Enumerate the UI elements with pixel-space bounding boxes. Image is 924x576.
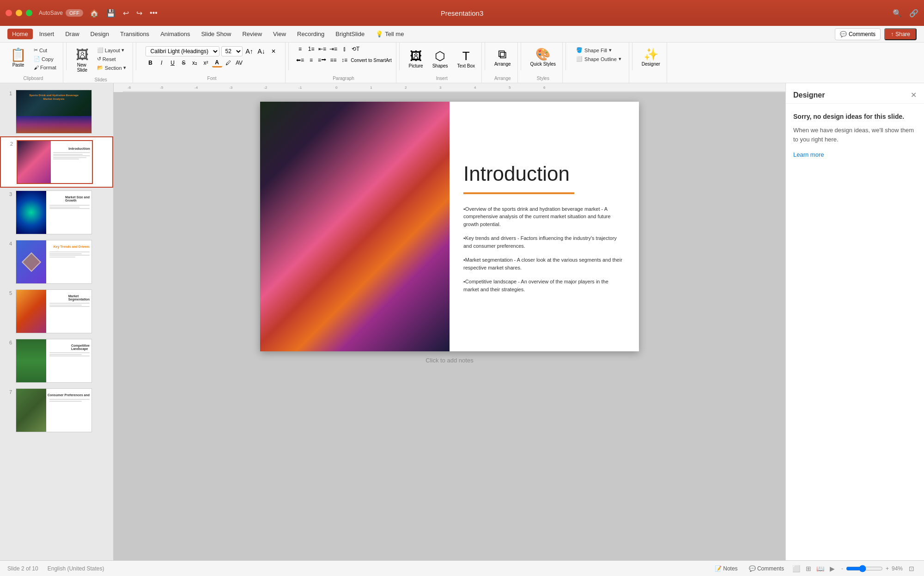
char-spacing-button[interactable]: AV bbox=[234, 58, 244, 67]
zoom-out-icon[interactable]: - bbox=[841, 565, 843, 572]
share-button[interactable]: ↑ Share bbox=[884, 28, 917, 40]
subscript-button[interactable]: x₂ bbox=[190, 58, 200, 67]
maximize-button[interactable] bbox=[26, 10, 32, 16]
numbered-list-button[interactable]: 1≡ bbox=[306, 44, 316, 54]
slide-item-1[interactable]: 1 Sports Drink and Hydration BeverageMar… bbox=[0, 87, 113, 136]
cut-button[interactable]: ✂ Cut bbox=[31, 46, 59, 54]
slide-thumb-1[interactable]: Sports Drink and Hydration BeverageMarke… bbox=[16, 90, 92, 134]
textbox-button[interactable]: T Text Box bbox=[455, 46, 478, 71]
slide-thumb-7[interactable]: Consumer Preferences and bbox=[16, 388, 92, 432]
slide-bullet-2[interactable]: •Key trends and drivers - Factors influe… bbox=[463, 234, 625, 250]
align-center-button[interactable]: ≡ bbox=[306, 55, 316, 65]
designer-close-button[interactable]: ✕ bbox=[911, 91, 917, 99]
slide-thumb-5[interactable]: MarketSegmentation bbox=[16, 289, 92, 333]
title-bar-actions[interactable]: 🔍 🔗 bbox=[893, 9, 918, 18]
designer-ribbon-button[interactable]: ✨ Designer bbox=[639, 44, 663, 81]
normal-view-button[interactable]: ⬜ bbox=[791, 564, 802, 573]
zoom-level[interactable]: 94% bbox=[892, 565, 903, 572]
click-to-add-notes[interactable]: Notes Click to add notes bbox=[426, 357, 473, 364]
font-size-dropdown[interactable]: 52 bbox=[221, 46, 243, 56]
menu-tell-me[interactable]: 💡 Tell me bbox=[371, 29, 408, 39]
picture-button[interactable]: 🖼 Picture bbox=[406, 46, 426, 71]
shape-fill-button[interactable]: 🪣Shape Fill▾ bbox=[574, 46, 623, 54]
zoom-slider[interactable] bbox=[846, 565, 883, 572]
slide-item-4[interactable]: 4 Key Trends and Drivers bbox=[0, 237, 113, 287]
columns-button[interactable]: ⫿ bbox=[340, 44, 350, 54]
arrange-button[interactable]: ⧉ Arrange bbox=[492, 44, 514, 74]
comments-button[interactable]: 💬 Comments bbox=[835, 28, 881, 40]
fit-to-window-button[interactable]: ⊡ bbox=[906, 564, 917, 573]
redo-icon[interactable]: ↪ bbox=[136, 9, 142, 18]
slide-item-3[interactable]: 3 Market Size andGrowth bbox=[0, 188, 113, 237]
nav-icons[interactable]: 🏠 💾 ↩ ↪ ••• bbox=[90, 9, 158, 18]
shapes-button[interactable]: ⬡ Shapes bbox=[430, 46, 451, 71]
undo-icon[interactable]: ↩ bbox=[123, 9, 129, 18]
slide-canvas[interactable]: Introduction •Overview of the sports dri… bbox=[260, 102, 639, 351]
smartart-button[interactable]: Convert to SmartArt bbox=[351, 55, 392, 65]
layout-button[interactable]: ⬜ Layout ▾ bbox=[94, 46, 129, 54]
reading-view-button[interactable]: 📖 bbox=[815, 564, 826, 573]
slideshow-button[interactable]: ▶ bbox=[827, 564, 838, 573]
format-button[interactable]: 🖌 Format bbox=[31, 64, 59, 71]
slide-title[interactable]: Introduction bbox=[463, 163, 625, 185]
minimize-button[interactable] bbox=[16, 10, 22, 16]
superscript-button[interactable]: x² bbox=[201, 58, 211, 67]
paste-button[interactable]: 📋 Paste bbox=[7, 44, 29, 70]
align-right-button[interactable]: ≡⮕ bbox=[317, 55, 328, 65]
justify-button[interactable]: ≡≡ bbox=[328, 55, 339, 65]
menu-transitions[interactable]: Transitions bbox=[116, 29, 154, 39]
decrease-indent-button[interactable]: ⇤≡ bbox=[317, 44, 328, 54]
window-controls[interactable] bbox=[6, 10, 32, 16]
slide-item-5[interactable]: 5 MarketSegmentation bbox=[0, 287, 113, 336]
section-button[interactable]: 📂 Section ▾ bbox=[94, 64, 129, 72]
new-slide-button[interactable]: 🖼 NewSlide bbox=[73, 44, 91, 75]
slide-thumb-2[interactable]: Introduction bbox=[17, 140, 93, 184]
save-icon[interactable]: 💾 bbox=[106, 9, 116, 18]
slide-item-7[interactable]: 7 Consumer Preferences and bbox=[0, 386, 113, 435]
menu-insert[interactable]: Insert bbox=[35, 29, 59, 39]
designer-learn-more-link[interactable]: Learn more bbox=[793, 151, 824, 158]
slide-thumb-3[interactable]: Market Size andGrowth bbox=[16, 190, 92, 234]
menu-draw[interactable]: Draw bbox=[61, 29, 84, 39]
comments-status-button[interactable]: 💬 Comments bbox=[745, 564, 788, 573]
align-left-button[interactable]: ⬅≡ bbox=[295, 55, 305, 65]
bullet-list-button[interactable]: ≡ bbox=[295, 44, 305, 54]
menu-recording[interactable]: Recording bbox=[292, 29, 329, 39]
search-icon[interactable]: 🔍 bbox=[893, 9, 902, 18]
slide-thumb-4[interactable]: Key Trends and Drivers bbox=[16, 240, 92, 284]
bold-button[interactable]: B bbox=[146, 58, 156, 67]
home-icon[interactable]: 🏠 bbox=[90, 9, 99, 18]
menu-brightslide[interactable]: BrightSlide bbox=[331, 29, 369, 39]
shape-outline-button[interactable]: ⬜Shape Outline▾ bbox=[574, 55, 623, 63]
slide-content-area[interactable]: Introduction •Overview of the sports dri… bbox=[450, 102, 639, 351]
reset-button[interactable]: ↺ Reset bbox=[94, 55, 129, 63]
share-connected-icon[interactable]: 🔗 bbox=[909, 9, 918, 18]
line-spacing-button[interactable]: ↕≡ bbox=[340, 55, 350, 65]
menu-slideshow[interactable]: Slide Show bbox=[196, 29, 236, 39]
italic-button[interactable]: I bbox=[157, 58, 167, 67]
slide-sorter-button[interactable]: ⊞ bbox=[803, 564, 814, 573]
clear-format-button[interactable]: ✕ bbox=[268, 47, 279, 56]
increase-font-button[interactable]: A↑ bbox=[244, 47, 255, 56]
decrease-font-button[interactable]: A↓ bbox=[256, 47, 267, 56]
zoom-in-icon[interactable]: + bbox=[886, 565, 889, 572]
slide-thumb-6[interactable]: CompetitiveLandscape bbox=[16, 339, 92, 383]
strikethrough-button[interactable]: S bbox=[179, 58, 189, 67]
menu-home[interactable]: Home bbox=[7, 29, 33, 39]
underline-button[interactable]: U bbox=[168, 58, 178, 67]
more-icon[interactable]: ••• bbox=[150, 9, 158, 17]
text-highlight-button[interactable]: 🖊 bbox=[223, 58, 233, 67]
menu-review[interactable]: Review bbox=[237, 29, 267, 39]
menu-design[interactable]: Design bbox=[86, 29, 114, 39]
slide-bullet-4[interactable]: •Competitive landscape - An overview of … bbox=[463, 278, 625, 293]
notes-button[interactable]: 📝 Notes bbox=[711, 564, 742, 573]
increase-indent-button[interactable]: ⇥≡ bbox=[328, 44, 339, 54]
text-direction-button[interactable]: ⟲T bbox=[351, 44, 361, 54]
slide-item-2[interactable]: 2 Introduction bbox=[0, 136, 113, 188]
menu-animations[interactable]: Animations bbox=[156, 29, 195, 39]
autosave-status[interactable]: OFF bbox=[66, 9, 83, 17]
slide-bullet-3[interactable]: •Market segmentation - A closer look at … bbox=[463, 256, 625, 271]
slide-item-6[interactable]: 6 CompetitiveLandscape bbox=[0, 336, 113, 386]
menu-view[interactable]: View bbox=[268, 29, 291, 39]
font-family-dropdown[interactable]: Calibri Light (Headings) bbox=[146, 46, 219, 56]
